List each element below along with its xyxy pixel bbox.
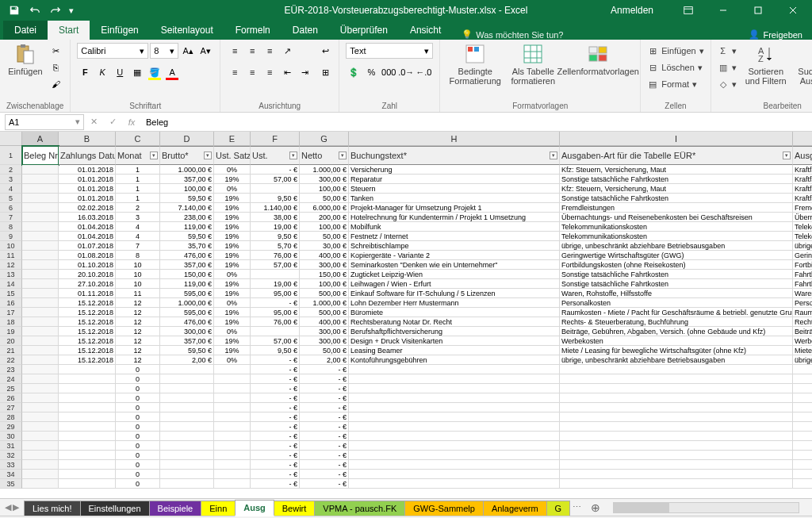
- cell[interactable]: [214, 403, 251, 412]
- number-format-combo[interactable]: Text▾: [346, 43, 433, 59]
- cell[interactable]: 38,00 €: [251, 213, 300, 222]
- cell[interactable]: [22, 422, 59, 432]
- column-header[interactable]: G: [300, 132, 349, 146]
- format-as-table-button[interactable]: Als Tabelle formatieren: [507, 43, 559, 86]
- cell[interactable]: [22, 412, 59, 422]
- cell[interactable]: 500,00 €: [300, 308, 349, 317]
- cell[interactable]: Kraftfah: [793, 184, 812, 194]
- cell[interactable]: Projekt-Manager für Umsetzung Projekt 1: [349, 203, 560, 213]
- cell[interactable]: 357,00 €: [160, 175, 214, 184]
- cell[interactable]: [22, 270, 59, 279]
- cell[interactable]: Fremdle: [793, 203, 812, 213]
- select-all-corner[interactable]: [0, 132, 22, 146]
- cell[interactable]: 19%: [214, 203, 251, 213]
- format-cells-button[interactable]: ▤Format ▾: [647, 76, 703, 92]
- cell[interactable]: Miete / Leasing für bewegliche Wirtschaf…: [560, 346, 793, 355]
- sheet-tab[interactable]: Einn: [201, 501, 236, 516]
- cell[interactable]: 400,00 €: [300, 251, 349, 260]
- grow-font-icon[interactable]: A▴: [180, 43, 196, 59]
- cell[interactable]: - €: [300, 384, 349, 393]
- table-header-cell[interactable]: Zahlungs Datum*▾: [59, 146, 116, 165]
- cell[interactable]: 95,00 €: [251, 308, 300, 317]
- cell[interactable]: übrige B: [793, 355, 812, 365]
- cell[interactable]: [349, 432, 560, 441]
- cell[interactable]: [160, 460, 214, 470]
- cell[interactable]: [349, 422, 560, 432]
- cell[interactable]: - €: [251, 403, 300, 412]
- cell[interactable]: Kfz: Steuern, Versicherung, Maut: [560, 165, 793, 175]
- bold-button[interactable]: F: [77, 64, 93, 80]
- cell[interactable]: [59, 422, 116, 432]
- align-middle-icon[interactable]: ≡: [244, 43, 260, 59]
- indent-decrease-icon[interactable]: ⇤: [279, 64, 295, 80]
- cell[interactable]: [349, 441, 560, 451]
- cell[interactable]: 95,00 €: [251, 289, 300, 298]
- cell[interactable]: 9,50 €: [251, 346, 300, 355]
- cell[interactable]: [560, 470, 793, 479]
- cell[interactable]: - €: [251, 374, 300, 384]
- formula-input[interactable]: Beleg: [141, 117, 812, 127]
- sheet-tab[interactable]: Lies mich!: [24, 501, 81, 516]
- cell[interactable]: 1.000,00 €: [300, 165, 349, 175]
- cell[interactable]: 3: [116, 213, 160, 222]
- cell[interactable]: Zugticket Leipzig-Wien: [349, 270, 560, 279]
- cell[interactable]: [793, 441, 812, 451]
- cell[interactable]: 35,70 €: [160, 241, 214, 251]
- cell[interactable]: Geringwertige Wirtschaftsgüter (GWG): [560, 251, 793, 260]
- cell[interactable]: 15.12.2018: [59, 327, 116, 336]
- row-header[interactable]: 17: [0, 308, 22, 317]
- cell[interactable]: Telekom: [793, 222, 812, 232]
- cell[interactable]: [59, 384, 116, 393]
- shrink-font-icon[interactable]: A▾: [197, 43, 213, 59]
- cell[interactable]: 0: [116, 451, 160, 460]
- cell[interactable]: 11: [116, 289, 160, 298]
- copy-icon[interactable]: ⎘: [48, 59, 63, 75]
- cell[interactable]: 100,00 €: [160, 184, 214, 194]
- table-header-cell[interactable]: Ausgabe für die T▾: [793, 146, 812, 165]
- cell[interactable]: [160, 403, 214, 412]
- cell[interactable]: 15.12.2018: [59, 298, 116, 308]
- row-header[interactable]: 13: [0, 270, 22, 279]
- table-header-cell[interactable]: Brutto*▾: [160, 146, 214, 165]
- cell[interactable]: [560, 460, 793, 470]
- cell[interactable]: [160, 422, 214, 432]
- font-color-icon[interactable]: A: [164, 64, 180, 80]
- cell[interactable]: 20.10.2018: [59, 270, 116, 279]
- cell[interactable]: 595,00 €: [160, 308, 214, 317]
- cell[interactable]: 0: [116, 479, 160, 489]
- cell[interactable]: [251, 270, 300, 279]
- table-header-cell[interactable]: Beleg Nr.▾: [22, 146, 59, 165]
- cell[interactable]: 10: [116, 279, 160, 289]
- row-header[interactable]: 19: [0, 327, 22, 336]
- cell[interactable]: 100,00 €: [300, 279, 349, 289]
- fill-button[interactable]: ▥▾: [718, 59, 737, 75]
- cell[interactable]: [214, 441, 251, 451]
- cell[interactable]: 1.140,00 €: [251, 203, 300, 213]
- cell[interactable]: 59,50 €: [160, 346, 214, 355]
- cell[interactable]: [22, 298, 59, 308]
- column-header[interactable]: F: [251, 132, 300, 146]
- table-header-cell[interactable]: Buchungstext*▾: [349, 146, 560, 165]
- cell[interactable]: Beiträge: [793, 327, 812, 336]
- tab-pagelayout[interactable]: Seitenlayout: [150, 21, 224, 40]
- row-header[interactable]: 11: [0, 251, 22, 260]
- cell[interactable]: Fahrtkos: [793, 270, 812, 279]
- cell[interactable]: [793, 393, 812, 403]
- cell[interactable]: [160, 365, 214, 374]
- sort-filter-button[interactable]: AZ Sortieren und Filtern: [740, 43, 792, 86]
- cell[interactable]: Einkauf Software für IT-Schulung / 5 Liz…: [349, 289, 560, 298]
- cell[interactable]: 19%: [214, 222, 251, 232]
- column-header[interactable]: E: [214, 132, 251, 146]
- cell[interactable]: Personal: [793, 298, 812, 308]
- cell[interactable]: 19%: [214, 194, 251, 203]
- cell[interactable]: 12: [116, 327, 160, 336]
- tab-start[interactable]: Start: [48, 21, 90, 40]
- cell[interactable]: [214, 432, 251, 441]
- cell[interactable]: [793, 479, 812, 489]
- cell[interactable]: - €: [300, 403, 349, 412]
- row-header[interactable]: 4: [0, 184, 22, 194]
- sheet-tab[interactable]: GWG-Sammelp: [404, 501, 484, 516]
- cell[interactable]: 0%: [214, 270, 251, 279]
- cell[interactable]: Mobilfunk: [349, 222, 560, 232]
- cell[interactable]: [560, 441, 793, 451]
